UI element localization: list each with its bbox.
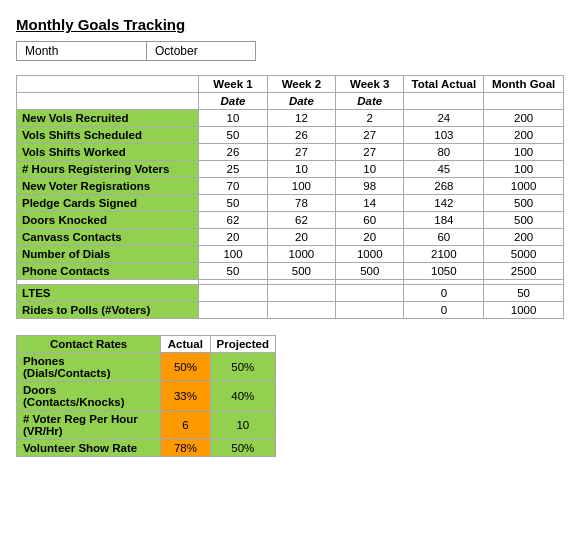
row-cell: 10 bbox=[336, 161, 404, 178]
col-header-actual: Total Actual bbox=[404, 76, 484, 93]
row-label: New Vols Recruited bbox=[17, 110, 199, 127]
subheader-week3: Date bbox=[336, 93, 404, 110]
row-actual: 24 bbox=[404, 110, 484, 127]
row-actual: 45 bbox=[404, 161, 484, 178]
row-cell: 10 bbox=[267, 161, 335, 178]
row-cell: 20 bbox=[267, 229, 335, 246]
row-cell: 100 bbox=[199, 246, 267, 263]
subheader-label bbox=[17, 93, 199, 110]
row-cell: 20 bbox=[199, 229, 267, 246]
row-goal: 100 bbox=[484, 144, 564, 161]
row-cell: 10 bbox=[199, 110, 267, 127]
col-header-week1: Week 1 bbox=[199, 76, 267, 93]
row-label: Vols Shifts Worked bbox=[17, 144, 199, 161]
row-goal: 500 bbox=[484, 195, 564, 212]
row-label: Vols Shifts Scheduled bbox=[17, 127, 199, 144]
table-row: Vols Shifts Worked26272780100 bbox=[17, 144, 564, 161]
row-label: New Voter Regisrations bbox=[17, 178, 199, 195]
row-goal: 500 bbox=[484, 212, 564, 229]
row-cell bbox=[336, 285, 404, 302]
col-header-goal: Month Goal bbox=[484, 76, 564, 93]
contact-row-projected: 10 bbox=[210, 411, 275, 440]
contact-table-header: Contact Rates Actual Projected bbox=[17, 336, 276, 353]
row-actual: 0 bbox=[404, 285, 484, 302]
row-cell: 50 bbox=[199, 127, 267, 144]
row-cell: 100 bbox=[267, 178, 335, 195]
table-row: Canvass Contacts20202060200 bbox=[17, 229, 564, 246]
row-cell: 14 bbox=[336, 195, 404, 212]
subheader-week2: Date bbox=[267, 93, 335, 110]
month-value: October bbox=[147, 42, 206, 60]
row-cell bbox=[199, 285, 267, 302]
row-goal: 200 bbox=[484, 110, 564, 127]
month-label: Month bbox=[17, 42, 147, 60]
row-cell: 62 bbox=[199, 212, 267, 229]
row-cell: 500 bbox=[336, 263, 404, 280]
row-goal: 5000 bbox=[484, 246, 564, 263]
row-cell: 1000 bbox=[336, 246, 404, 263]
main-table-subheader: Date Date Date bbox=[17, 93, 564, 110]
row-cell: 62 bbox=[267, 212, 335, 229]
row-cell: 50 bbox=[199, 263, 267, 280]
row-cell bbox=[267, 302, 335, 319]
row-actual: 268 bbox=[404, 178, 484, 195]
row-actual: 103 bbox=[404, 127, 484, 144]
contact-row-label: Doors (Contacts/Knocks) bbox=[17, 382, 161, 411]
contact-table-row: Doors (Contacts/Knocks)33%40% bbox=[17, 382, 276, 411]
table-row: Rides to Polls (#Voters)01000 bbox=[17, 302, 564, 319]
table-row: LTES050 bbox=[17, 285, 564, 302]
col-header-week2: Week 2 bbox=[267, 76, 335, 93]
contact-row-label: # Voter Reg Per Hour (VR/Hr) bbox=[17, 411, 161, 440]
row-actual: 184 bbox=[404, 212, 484, 229]
contact-row-label: Volunteer Show Rate bbox=[17, 440, 161, 457]
contact-col-actual: Actual bbox=[161, 336, 210, 353]
row-cell: 26 bbox=[267, 127, 335, 144]
row-label: Canvass Contacts bbox=[17, 229, 199, 246]
table-row: # Hours Registering Voters25101045100 bbox=[17, 161, 564, 178]
row-cell: 20 bbox=[336, 229, 404, 246]
row-actual: 142 bbox=[404, 195, 484, 212]
row-cell: 27 bbox=[267, 144, 335, 161]
row-cell: 2 bbox=[336, 110, 404, 127]
row-actual: 60 bbox=[404, 229, 484, 246]
row-cell: 25 bbox=[199, 161, 267, 178]
contact-table-row: # Voter Reg Per Hour (VR/Hr)610 bbox=[17, 411, 276, 440]
row-actual: 2100 bbox=[404, 246, 484, 263]
contact-row-label: Phones (Dials/Contacts) bbox=[17, 353, 161, 382]
row-cell bbox=[199, 302, 267, 319]
row-label: Rides to Polls (#Voters) bbox=[17, 302, 199, 319]
row-cell: 78 bbox=[267, 195, 335, 212]
table-row: Vols Shifts Scheduled502627103200 bbox=[17, 127, 564, 144]
row-cell: 98 bbox=[336, 178, 404, 195]
subheader-week1: Date bbox=[199, 93, 267, 110]
row-cell: 12 bbox=[267, 110, 335, 127]
main-table: Week 1 Week 2 Week 3 Total Actual Month … bbox=[16, 75, 564, 319]
row-label: Phone Contacts bbox=[17, 263, 199, 280]
contact-col-label: Contact Rates bbox=[17, 336, 161, 353]
row-goal: 100 bbox=[484, 161, 564, 178]
row-goal: 200 bbox=[484, 127, 564, 144]
table-row: Doors Knocked626260184500 bbox=[17, 212, 564, 229]
contact-row-projected: 50% bbox=[210, 440, 275, 457]
row-cell: 27 bbox=[336, 127, 404, 144]
contact-row-projected: 40% bbox=[210, 382, 275, 411]
table-row: Pledge Cards Signed507814142500 bbox=[17, 195, 564, 212]
row-goal: 1000 bbox=[484, 302, 564, 319]
row-label: # Hours Registering Voters bbox=[17, 161, 199, 178]
col-header-week3: Week 3 bbox=[336, 76, 404, 93]
row-goal: 2500 bbox=[484, 263, 564, 280]
row-cell: 27 bbox=[336, 144, 404, 161]
row-label: LTES bbox=[17, 285, 199, 302]
row-label: Number of Dials bbox=[17, 246, 199, 263]
contact-table-row: Phones (Dials/Contacts)50%50% bbox=[17, 353, 276, 382]
row-actual: 1050 bbox=[404, 263, 484, 280]
contact-row-actual: 6 bbox=[161, 411, 210, 440]
col-header-label bbox=[17, 76, 199, 93]
row-label: Doors Knocked bbox=[17, 212, 199, 229]
contact-row-actual: 50% bbox=[161, 353, 210, 382]
row-goal: 200 bbox=[484, 229, 564, 246]
row-cell: 50 bbox=[199, 195, 267, 212]
row-actual: 0 bbox=[404, 302, 484, 319]
row-cell: 60 bbox=[336, 212, 404, 229]
subheader-actual bbox=[404, 93, 484, 110]
